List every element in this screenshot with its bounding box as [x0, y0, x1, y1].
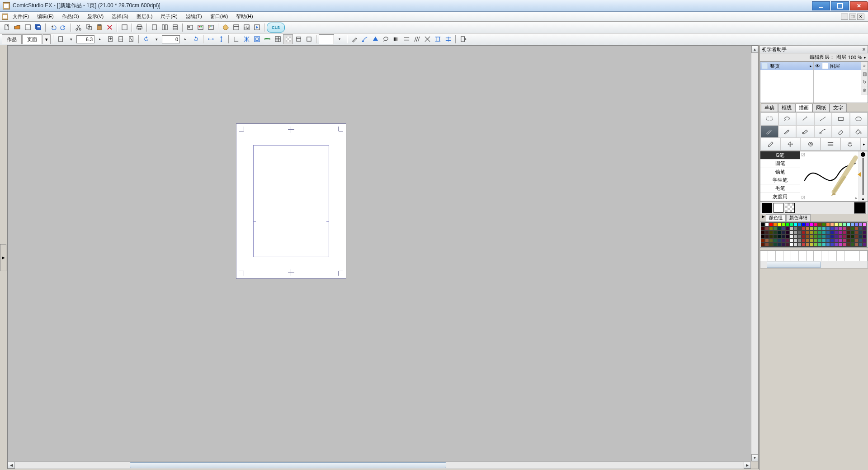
palette-color[interactable]: [850, 235, 854, 239]
brush-size-slider[interactable]: [859, 151, 868, 201]
palette-color[interactable]: [846, 230, 850, 235]
palette-color[interactable]: [765, 230, 769, 235]
zoom-in-button[interactable]: +: [105, 34, 115, 44]
palette-color[interactable]: [769, 230, 773, 235]
pageview2-button[interactable]: [160, 23, 170, 33]
delete-button[interactable]: [104, 23, 114, 33]
layer-item[interactable]: 👁 图层: [814, 62, 868, 70]
palette-color[interactable]: [814, 222, 818, 226]
tab-draw[interactable]: 描画: [795, 103, 812, 112]
timeline-strip[interactable]: [760, 250, 868, 261]
tab-page[interactable]: 页面: [22, 34, 42, 44]
preview-check1-icon[interactable]: ☑: [801, 152, 805, 157]
palette-tab-detail[interactable]: 颜色详细: [786, 214, 811, 221]
palette-color[interactable]: [854, 230, 859, 235]
palette-color[interactable]: [834, 235, 838, 239]
palette-color[interactable]: [838, 239, 842, 243]
color-palette[interactable]: [760, 221, 868, 248]
page-tree-item[interactable]: 整页 ▸: [760, 62, 813, 70]
palette-color[interactable]: [773, 230, 777, 235]
palette-color[interactable]: [769, 222, 773, 226]
palette-color[interactable]: [781, 235, 785, 239]
copy-button[interactable]: [84, 23, 94, 33]
tab-page-dropdown[interactable]: ▾: [42, 34, 51, 44]
layer-side-btn2[interactable]: ▥: [861, 70, 868, 78]
pen-preset-5[interactable]: 灰度用: [760, 193, 800, 201]
preview-menu-icon[interactable]: ▸: [855, 196, 858, 200]
grid-button[interactable]: [273, 34, 283, 44]
palette-color[interactable]: [814, 243, 818, 247]
palette-color[interactable]: [863, 243, 867, 247]
palette-color[interactable]: [830, 239, 834, 243]
window-maximize-button[interactable]: [831, 1, 849, 10]
palette-color[interactable]: [785, 222, 789, 226]
ruler-button[interactable]: [262, 34, 272, 44]
palette-color[interactable]: [842, 222, 846, 226]
palette-color[interactable]: [846, 222, 850, 226]
palette-color[interactable]: [761, 243, 765, 247]
menu-help[interactable]: 帮助(H): [232, 12, 256, 21]
flip-h-button[interactable]: [206, 34, 216, 44]
palette-color[interactable]: [818, 239, 822, 243]
palette-color[interactable]: [802, 239, 806, 243]
menu-edit[interactable]: 编辑(E): [33, 12, 57, 21]
horizontal-scrollbar[interactable]: ◀ ▶: [8, 461, 751, 469]
palette-color[interactable]: [850, 243, 854, 247]
rotate-cw-button[interactable]: [191, 34, 201, 44]
menu-select[interactable]: 选择(S): [108, 12, 132, 21]
palette-color[interactable]: [854, 243, 859, 247]
perspective-h-button[interactable]: [433, 34, 443, 44]
zoom-out-button[interactable]: -: [56, 34, 66, 44]
rotate-dropdown[interactable]: ▾: [151, 34, 161, 44]
palette-color[interactable]: [797, 222, 802, 226]
tool-blur[interactable]: [800, 138, 820, 150]
palette-color[interactable]: [814, 239, 818, 243]
palette-color[interactable]: [826, 235, 830, 239]
palette-color[interactable]: [785, 235, 789, 239]
palette-color[interactable]: [793, 222, 797, 226]
gradient-quick-button[interactable]: [391, 34, 401, 44]
scroll-left-button[interactable]: ◀: [8, 462, 15, 469]
background-swatch[interactable]: [774, 203, 783, 213]
rotate-step-button[interactable]: ▸: [180, 34, 190, 44]
palette-color[interactable]: [789, 226, 793, 230]
palette-color[interactable]: [785, 230, 789, 235]
palette-color[interactable]: [842, 226, 846, 230]
palette-color[interactable]: [781, 243, 785, 247]
tool-eyedrop[interactable]: [760, 138, 780, 150]
palette-color[interactable]: [830, 243, 834, 247]
palette-color[interactable]: [859, 226, 863, 230]
tool-rect[interactable]: [832, 113, 850, 125]
palette-color[interactable]: [773, 226, 777, 230]
palette-color[interactable]: [822, 226, 826, 230]
tool-lasso[interactable]: [778, 113, 797, 125]
palette-color[interactable]: [838, 226, 842, 230]
palette-color[interactable]: [842, 230, 846, 235]
palette-color[interactable]: [773, 222, 777, 226]
palette-color[interactable]: [822, 230, 826, 235]
layer-visible-icon[interactable]: 👁: [815, 63, 820, 69]
thumbnail2-button[interactable]: [195, 23, 205, 33]
tool-menu-icon[interactable]: ▸: [860, 138, 868, 150]
timeline-scrollbar[interactable]: [760, 261, 868, 268]
palette-color[interactable]: [806, 230, 810, 235]
clip-toggle-button[interactable]: CLS: [267, 23, 285, 33]
palette-color[interactable]: [854, 222, 859, 226]
play-button[interactable]: [252, 23, 262, 33]
foreground-swatch[interactable]: [762, 203, 772, 213]
palette-color[interactable]: [834, 239, 838, 243]
palette-color[interactable]: [793, 230, 797, 235]
menu-file[interactable]: 文件(F): [9, 12, 33, 21]
palette-color[interactable]: [777, 239, 781, 243]
palette-color[interactable]: [797, 235, 802, 239]
scroll-right-button[interactable]: ▶: [744, 462, 751, 469]
palette-color[interactable]: [834, 230, 838, 235]
mdi-restore-button[interactable]: ❐: [849, 14, 856, 20]
tool-marquee[interactable]: [760, 113, 778, 125]
palette-color[interactable]: [826, 222, 830, 226]
pen-quick-button[interactable]: [349, 34, 359, 44]
scroll-h-thumb[interactable]: [130, 462, 446, 468]
speed2-button[interactable]: [422, 34, 432, 44]
view-opt1-button[interactable]: [293, 34, 303, 44]
window-close-button[interactable]: [850, 1, 868, 10]
